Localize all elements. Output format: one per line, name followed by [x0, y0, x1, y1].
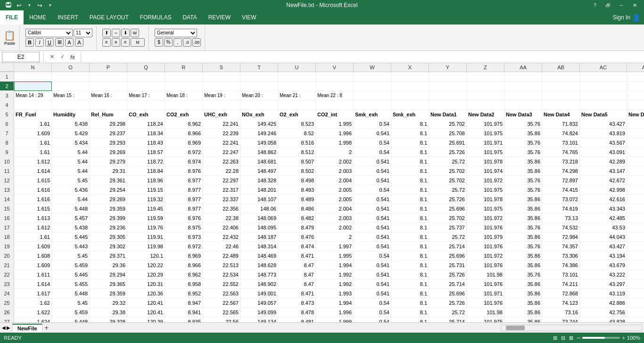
cell-q8[interactable]: 118.43 — [127, 138, 165, 147]
cell-v13[interactable]: 2.005 — [316, 185, 354, 195]
cell-n10[interactable]: 1.612 — [14, 157, 52, 166]
cell-s14[interactable]: 22.337 — [203, 195, 240, 204]
row-num-23[interactable]: 23 — [0, 279, 14, 289]
cell-ab3[interactable] — [542, 91, 580, 100]
cell-p15[interactable]: 29.359 — [90, 204, 127, 213]
cell-t24[interactable]: 149.001 — [240, 289, 278, 298]
cell-ab9[interactable]: 74.765 — [542, 147, 580, 157]
cell-v4[interactable] — [316, 100, 354, 110]
cell-n26[interactable]: 1.622 — [14, 308, 52, 317]
cell-o22[interactable]: 5.445 — [52, 270, 90, 279]
cell-ab26[interactable]: 73.16 — [542, 308, 580, 317]
cell-n22[interactable]: 1.611 — [14, 270, 52, 279]
cell-ac27[interactable]: 43.828 — [580, 317, 627, 322]
restore-down-btn[interactable]: 🗗 — [603, 0, 614, 10]
cell-z26[interactable]: 101.98 — [467, 308, 504, 317]
name-box[interactable] — [2, 52, 40, 62]
cell-ad12[interactable]: 433.2 — [627, 176, 644, 185]
cell-ad26[interactable]: 433.6 — [627, 308, 644, 317]
row-num-12[interactable]: 12 — [0, 176, 14, 185]
col-header-z[interactable]: Z — [467, 63, 504, 72]
cell-y18[interactable]: 25.72 — [429, 232, 467, 242]
cell-q11[interactable]: 118.84 — [127, 166, 165, 176]
row-num-7[interactable]: 7 — [0, 129, 14, 138]
cell-o7[interactable]: 5.429 — [52, 129, 90, 138]
cell-aa25[interactable]: 35.86 — [504, 298, 542, 308]
cell-ad8[interactable]: 433.2 — [627, 138, 644, 147]
cell-y16[interactable]: 25.702 — [429, 213, 467, 223]
cell-p14[interactable]: 29.269 — [90, 195, 127, 204]
cell-o2[interactable] — [52, 82, 90, 91]
cell-x1[interactable] — [391, 72, 429, 82]
cell-ac25[interactable]: 42.886 — [580, 298, 627, 308]
cell-u21[interactable]: 8.47 — [278, 261, 316, 270]
cell-y26[interactable]: 25.72 — [429, 308, 467, 317]
scroll-right-btn[interactable]: ▶ — [7, 325, 10, 330]
cell-ad16[interactable]: 433.4 — [627, 213, 644, 223]
col-header-o[interactable]: O — [52, 63, 90, 72]
cell-y4[interactable] — [429, 100, 467, 110]
cell-v17[interactable]: 2.002 — [316, 223, 354, 232]
align-center-btn[interactable]: ≡ — [112, 38, 120, 47]
cell-y7[interactable]: 25.708 — [429, 129, 467, 138]
cell-v2[interactable] — [316, 82, 354, 91]
cell-ad10[interactable]: 433.2 — [627, 157, 644, 166]
cell-u2[interactable] — [278, 82, 316, 91]
cell-p1[interactable] — [90, 72, 127, 82]
cell-n1[interactable] — [14, 72, 52, 82]
cell-s21[interactable]: 22.513 — [203, 261, 240, 270]
cell-o3[interactable]: Mean 15 : — [52, 91, 90, 100]
cell-r18[interactable]: 8.973 — [165, 232, 203, 242]
row-num-8[interactable]: 8 — [0, 138, 14, 147]
cell-n11[interactable]: 1.614 — [14, 166, 52, 176]
col-header-q[interactable]: Q — [127, 63, 165, 72]
cell-r22[interactable]: 8.962 — [165, 270, 203, 279]
cell-ad18[interactable]: 433.4 — [627, 232, 644, 242]
cell-ad7[interactable]: 433.2 — [627, 129, 644, 138]
cell-u11[interactable]: 8.502 — [278, 166, 316, 176]
cell-w1[interactable] — [354, 72, 391, 82]
confirm-formula-icon[interactable]: ✓ — [58, 53, 66, 61]
help-btn[interactable]: ? — [589, 0, 601, 10]
cell-ac21[interactable]: 43.679 — [580, 261, 627, 270]
cell-z23[interactable]: 101.976 — [467, 279, 504, 289]
cell-z18[interactable]: 101.979 — [467, 232, 504, 242]
cell-y22[interactable]: 25.726 — [429, 270, 467, 279]
cell-q12[interactable]: 118.96 — [127, 176, 165, 185]
cell-ac14[interactable]: 42.616 — [580, 195, 627, 204]
row-num-13[interactable]: 13 — [0, 185, 14, 195]
cell-w14[interactable]: 0.541 — [354, 195, 391, 204]
cell-y6[interactable]: 25.702 — [429, 119, 467, 129]
cell-ac8[interactable]: 43.567 — [580, 138, 627, 147]
cell-t19[interactable]: 148.314 — [240, 242, 278, 251]
cell-y11[interactable]: 25.702 — [429, 166, 467, 176]
cell-ad25[interactable]: 433.5 — [627, 298, 644, 308]
cell-ad22[interactable]: 433.5 — [627, 270, 644, 279]
cell-p25[interactable]: 29.32 — [90, 298, 127, 308]
cell-ad24[interactable]: 433.5 — [627, 289, 644, 298]
cell-aa23[interactable]: 35.86 — [504, 279, 542, 289]
paste-btn[interactable]: 📋 Paste — [4, 30, 16, 46]
cell-r8[interactable]: 8.969 — [165, 138, 203, 147]
cell-v18[interactable]: 2 — [316, 232, 354, 242]
cell-aa26[interactable]: 35.86 — [504, 308, 542, 317]
row-num-16[interactable]: 16 — [0, 213, 14, 223]
cell-ac23[interactable]: 43.297 — [580, 279, 627, 289]
cell-u10[interactable]: 8.507 — [278, 157, 316, 166]
cell-ac12[interactable]: 42.672 — [580, 176, 627, 185]
cell-z6[interactable]: 101.975 — [467, 119, 504, 129]
cell-ab5[interactable]: New Data4 — [542, 110, 580, 119]
cell-ac15[interactable]: 43.343 — [580, 204, 627, 213]
cell-z5[interactable]: New Data2 — [467, 110, 504, 119]
cell-ab8[interactable]: 73.101 — [542, 138, 580, 147]
cell-s6[interactable]: 22.241 — [203, 119, 240, 129]
cell-q6[interactable]: 118.24 — [127, 119, 165, 129]
cell-z12[interactable]: 101.972 — [467, 176, 504, 185]
row-num-1[interactable]: 1 — [0, 72, 14, 82]
align-bottom-btn[interactable]: ⬇ — [121, 29, 130, 37]
cell-x5[interactable]: Smk_exh — [391, 110, 429, 119]
cell-s10[interactable]: 22.263 — [203, 157, 240, 166]
cell-r1[interactable] — [165, 72, 203, 82]
zoom-slider[interactable] — [582, 337, 620, 339]
cell-y3[interactable] — [429, 91, 467, 100]
